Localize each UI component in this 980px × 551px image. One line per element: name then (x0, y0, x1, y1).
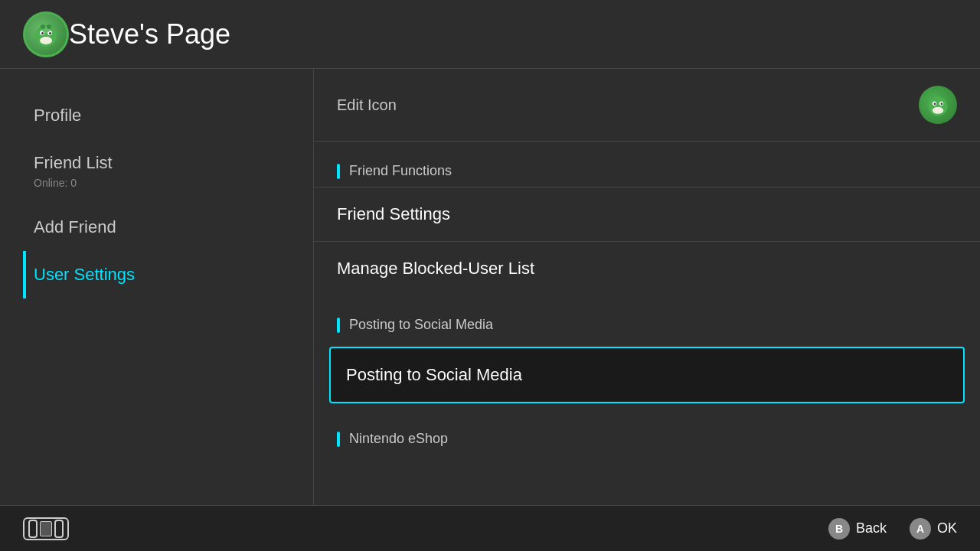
edit-icon-thumb (919, 86, 957, 124)
ok-button[interactable]: A OK (910, 518, 957, 540)
friend-functions-header: Friend Functions (314, 142, 980, 187)
svg-point-5 (49, 32, 51, 34)
edit-icon-label: Edit Icon (337, 96, 397, 114)
joy-con-left (28, 520, 38, 538)
switch-screen (40, 521, 52, 536)
footer-left (23, 517, 69, 540)
section-bar-3 (337, 432, 340, 447)
sidebar-item-profile[interactable]: Profile (23, 92, 290, 139)
joy-con-right (54, 520, 64, 538)
header: Steve's Page (0, 0, 980, 69)
svg-point-7 (41, 24, 45, 29)
manage-blocked-item[interactable]: Manage Blocked-User List (314, 241, 980, 295)
back-label: Back (856, 520, 887, 536)
svg-point-1 (40, 37, 52, 44)
nintendo-eshop-header: Nintendo eShop (314, 409, 980, 455)
posting-social-header: Posting to Social Media (314, 295, 980, 341)
friend-settings-item[interactable]: Friend Settings (314, 187, 980, 241)
ok-label: OK (937, 520, 957, 536)
friend-list-online: Online: 0 (34, 177, 283, 190)
section-bar-2 (337, 318, 340, 333)
svg-point-4 (41, 32, 44, 34)
back-button[interactable]: B Back (828, 518, 887, 540)
footer: B Back A OK (0, 505, 980, 551)
svg-point-14 (941, 103, 943, 105)
svg-point-8 (47, 24, 51, 29)
sidebar-item-friend-list[interactable]: Friend List Online: 0 (23, 139, 290, 203)
svg-point-13 (934, 103, 936, 105)
posting-social-media-item[interactable]: Posting to Social Media (329, 347, 965, 403)
sidebar-item-user-settings[interactable]: User Settings (23, 251, 290, 298)
switch-controller-icon (23, 517, 69, 540)
sidebar-item-add-friend[interactable]: Add Friend (23, 204, 290, 251)
b-button-icon: B (828, 518, 850, 540)
sidebar: Profile Friend List Online: 0 Add Friend… (0, 69, 314, 505)
footer-right: B Back A OK (828, 518, 957, 540)
edit-icon-row[interactable]: Edit Icon (314, 69, 980, 142)
a-button-icon: A (910, 518, 931, 540)
section-bar (337, 164, 340, 179)
page-title: Steve's Page (69, 18, 230, 51)
content-area: Edit Icon Friend Functions Friend Settin… (314, 69, 980, 505)
avatar-icon (25, 14, 67, 55)
main-layout: Profile Friend List Online: 0 Add Friend… (0, 69, 980, 505)
svg-point-10 (933, 107, 943, 114)
avatar (23, 11, 69, 57)
